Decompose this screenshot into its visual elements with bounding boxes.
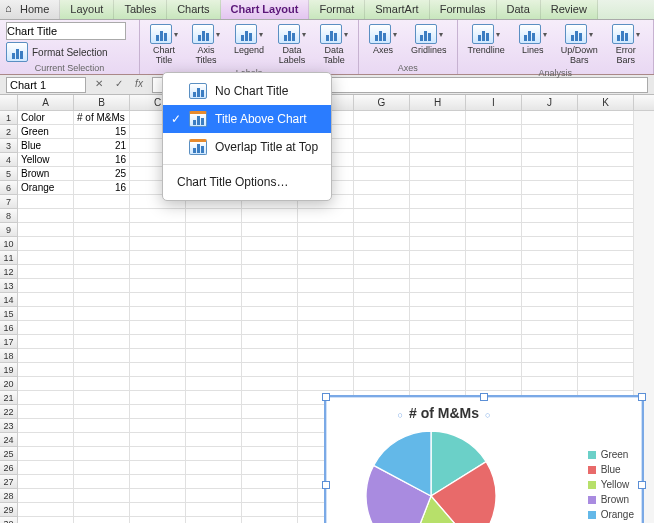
row-header[interactable]: 5	[0, 167, 18, 181]
cell[interactable]	[74, 349, 130, 363]
cell[interactable]	[354, 307, 410, 321]
current-selection-dropdown[interactable]	[6, 22, 126, 40]
cell[interactable]	[242, 335, 298, 349]
cell[interactable]	[354, 153, 410, 167]
cell[interactable]	[410, 153, 466, 167]
row-header[interactable]: 17	[0, 335, 18, 349]
cell[interactable]	[522, 335, 578, 349]
cell[interactable]	[130, 461, 186, 475]
cell[interactable]	[74, 503, 130, 517]
row-header[interactable]: 19	[0, 363, 18, 377]
cell[interactable]: # of M&Ms	[74, 111, 130, 125]
cell[interactable]	[242, 251, 298, 265]
row-header[interactable]: 2	[0, 125, 18, 139]
cell[interactable]	[74, 279, 130, 293]
cell[interactable]	[130, 265, 186, 279]
column-header[interactable]: K	[578, 95, 634, 110]
cell[interactable]	[410, 195, 466, 209]
cell[interactable]	[466, 223, 522, 237]
cell[interactable]	[522, 349, 578, 363]
row-header[interactable]: 20	[0, 377, 18, 391]
tab-chart-layout[interactable]: Chart Layout	[221, 0, 310, 19]
cell[interactable]	[74, 321, 130, 335]
axis-titles-button[interactable]: ▾AxisTitles	[188, 22, 224, 68]
cell[interactable]	[18, 475, 74, 489]
cell[interactable]	[466, 293, 522, 307]
row-header[interactable]: 29	[0, 503, 18, 517]
cancel-icon[interactable]: ✕	[92, 78, 106, 92]
cell[interactable]	[354, 125, 410, 139]
cell[interactable]	[354, 167, 410, 181]
cell[interactable]	[186, 363, 242, 377]
cell[interactable]	[410, 335, 466, 349]
cell[interactable]	[410, 265, 466, 279]
row-header[interactable]: 21	[0, 391, 18, 405]
cell[interactable]	[354, 321, 410, 335]
cell[interactable]	[242, 405, 298, 419]
cell[interactable]	[242, 363, 298, 377]
cell[interactable]	[242, 475, 298, 489]
cell[interactable]	[578, 321, 634, 335]
cell[interactable]: Color	[18, 111, 74, 125]
cell[interactable]	[522, 167, 578, 181]
cell[interactable]	[354, 181, 410, 195]
cell[interactable]	[410, 321, 466, 335]
cell[interactable]	[578, 265, 634, 279]
cell[interactable]	[466, 125, 522, 139]
cell[interactable]	[410, 209, 466, 223]
cell[interactable]	[130, 503, 186, 517]
cell[interactable]	[130, 391, 186, 405]
cell[interactable]	[354, 363, 410, 377]
cell[interactable]	[186, 279, 242, 293]
cell[interactable]	[466, 321, 522, 335]
cell[interactable]	[354, 195, 410, 209]
cell[interactable]	[298, 307, 354, 321]
cell[interactable]	[74, 265, 130, 279]
cell[interactable]	[186, 223, 242, 237]
cell[interactable]	[578, 349, 634, 363]
cell[interactable]	[74, 293, 130, 307]
row-header[interactable]: 27	[0, 475, 18, 489]
row-header[interactable]: 28	[0, 489, 18, 503]
cell[interactable]	[354, 209, 410, 223]
cell[interactable]	[410, 307, 466, 321]
cell[interactable]	[298, 237, 354, 251]
cell[interactable]	[466, 139, 522, 153]
cell[interactable]	[242, 321, 298, 335]
cell[interactable]	[242, 447, 298, 461]
cell[interactable]	[74, 461, 130, 475]
cell[interactable]	[18, 293, 74, 307]
cell[interactable]	[18, 433, 74, 447]
cell[interactable]	[130, 251, 186, 265]
cell[interactable]: 15	[74, 125, 130, 139]
menu-overlap-title[interactable]: Overlap Title at Top	[163, 133, 331, 161]
cell[interactable]	[74, 517, 130, 523]
column-header[interactable]: B	[74, 95, 130, 110]
cell[interactable]	[410, 237, 466, 251]
cell[interactable]	[186, 237, 242, 251]
cell[interactable]	[466, 279, 522, 293]
cell[interactable]	[130, 237, 186, 251]
cell[interactable]	[74, 237, 130, 251]
cell[interactable]	[522, 125, 578, 139]
column-header[interactable]: G	[354, 95, 410, 110]
cell[interactable]	[74, 405, 130, 419]
row-header[interactable]: 30	[0, 517, 18, 523]
legend-item[interactable]: Yellow	[588, 479, 634, 490]
cell[interactable]	[522, 223, 578, 237]
cell[interactable]	[578, 237, 634, 251]
cell[interactable]	[18, 279, 74, 293]
row-header[interactable]: 13	[0, 279, 18, 293]
cell[interactable]	[18, 209, 74, 223]
tab-format[interactable]: Format	[309, 0, 365, 19]
cell[interactable]	[578, 111, 634, 125]
cell[interactable]	[578, 377, 634, 391]
row-header[interactable]: 16	[0, 321, 18, 335]
cell[interactable]	[242, 489, 298, 503]
cell[interactable]	[186, 377, 242, 391]
legend-item[interactable]: Green	[588, 449, 634, 460]
cell[interactable]	[186, 517, 242, 523]
cell[interactable]	[354, 293, 410, 307]
legend-button[interactable]: ▾Legend	[230, 22, 268, 58]
cell[interactable]	[578, 209, 634, 223]
